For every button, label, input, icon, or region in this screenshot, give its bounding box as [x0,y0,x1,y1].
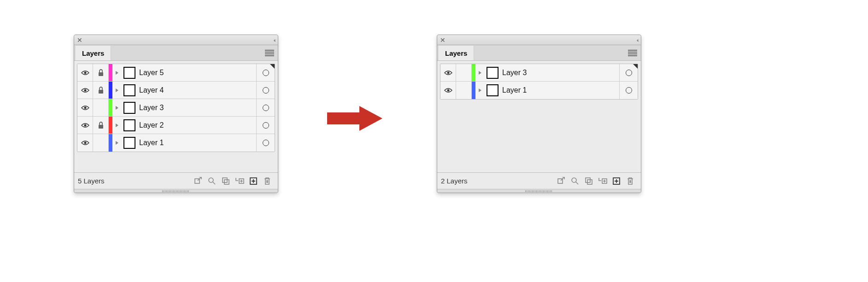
lock-toggle[interactable] [456,64,472,81]
eye-icon [81,140,89,146]
disclosure-toggle[interactable] [112,141,122,145]
layer-name[interactable]: Layer 5 [139,69,256,77]
trash-icon[interactable] [624,176,637,187]
layer-row[interactable]: Layer 3 [440,64,638,82]
corner-fold-icon [270,64,275,69]
search-icon[interactable] [569,176,581,187]
close-icon[interactable]: ✕ [440,36,446,44]
new-layer-icon[interactable] [247,176,260,187]
layer-name[interactable]: Layer 2 [139,121,256,129]
circle-icon [263,70,269,76]
export-icon[interactable] [555,176,568,187]
visibility-toggle[interactable] [77,64,93,81]
layer-row[interactable]: Layer 3 [77,99,275,117]
svg-rect-3 [99,90,103,94]
layer-name[interactable]: Layer 3 [139,104,256,112]
target-indicator[interactable] [256,82,275,99]
layer-row[interactable]: Layer 5 [77,64,275,82]
visibility-toggle[interactable] [77,134,93,152]
svg-rect-19 [587,180,592,184]
layer-name[interactable]: Layer 1 [139,139,256,147]
panel-footer: 2 Layers [437,172,641,189]
lock-toggle[interactable] [93,134,109,152]
panel-tabbar: Layers [437,45,641,61]
tab-layers[interactable]: Layers [439,46,474,60]
lock-toggle[interactable] [456,82,472,99]
clip-mask-icon[interactable] [582,176,595,187]
lock-toggle[interactable] [93,99,109,116]
svg-point-9 [209,178,213,182]
layer-color-swatch [109,134,112,152]
disclosure-toggle[interactable] [112,88,122,93]
export-icon[interactable] [192,176,205,187]
visibility-toggle[interactable] [440,82,456,99]
layers-panel-before: ✕ ‹‹ Layers Layer 5 [74,35,278,193]
svg-rect-6 [99,125,103,129]
clip-mask-icon[interactable] [219,176,232,187]
target-indicator[interactable] [256,99,275,116]
layer-row[interactable]: Layer 2 [77,117,275,134]
new-sublayer-icon[interactable] [596,176,609,187]
visibility-toggle[interactable] [77,82,93,99]
layer-color-swatch [109,99,112,116]
close-icon[interactable]: ✕ [77,36,82,44]
layer-count-label: 2 Layers [441,177,554,185]
panel-titlebar: ✕ ‹‹ [74,35,278,45]
tab-layers[interactable]: Layers [76,46,111,60]
layer-thumbnail [123,84,135,96]
new-layer-icon[interactable] [610,176,623,187]
layer-row[interactable]: Layer 4 [77,82,275,99]
search-icon[interactable] [205,176,218,187]
layer-name[interactable]: Layer 1 [502,86,619,94]
new-sublayer-icon[interactable] [233,176,246,187]
lock-toggle[interactable] [93,64,109,81]
chevron-right-icon [478,88,482,93]
lock-toggle[interactable] [93,117,109,134]
chevron-right-icon [115,123,119,128]
disclosure-toggle[interactable] [475,88,485,93]
eye-icon [444,70,452,76]
visibility-toggle[interactable] [77,117,93,134]
layers-panel-after: ✕ ‹‹ Layers Layer 3 Layer [437,35,641,193]
visibility-toggle[interactable] [440,64,456,81]
disclosure-toggle[interactable] [112,106,122,110]
svg-rect-11 [224,180,229,184]
collapse-icon[interactable]: ‹‹ [637,37,638,43]
layer-name[interactable]: Layer 4 [139,86,256,94]
layer-name[interactable]: Layer 3 [502,69,619,77]
svg-point-4 [84,106,86,109]
disclosure-toggle[interactable] [475,70,485,75]
lock-icon [98,122,104,129]
panel-menu-icon[interactable] [265,49,274,55]
disclosure-toggle[interactable] [112,70,122,75]
trash-icon[interactable] [261,176,274,187]
chevron-right-icon [115,70,119,75]
target-indicator[interactable] [256,134,275,152]
layer-thumbnail [487,84,499,96]
panel-menu-icon[interactable] [628,49,637,55]
layer-thumbnail [123,102,135,114]
layer-row[interactable]: Layer 1 [77,134,275,152]
svg-rect-1 [99,72,103,76]
layer-row[interactable]: Layer 1 [440,82,638,99]
collapse-icon[interactable]: ‹‹ [274,37,275,43]
eye-icon [81,105,89,111]
svg-rect-18 [586,178,590,182]
eye-icon [81,88,89,93]
resize-grip[interactable] [437,189,641,193]
layer-list: Layer 5 Layer 4 Layer 3 [77,64,275,152]
chevron-right-icon [115,141,119,145]
svg-point-5 [84,124,86,126]
visibility-toggle[interactable] [77,99,93,116]
lock-toggle[interactable] [93,82,109,99]
resize-grip[interactable] [74,189,278,193]
svg-point-17 [572,178,576,182]
layer-list: Layer 3 Layer 1 [440,64,638,100]
disclosure-toggle[interactable] [112,123,122,128]
corner-fold-icon [633,64,638,69]
target-indicator[interactable] [619,82,638,99]
layer-color-swatch [472,64,475,81]
panel-titlebar: ✕ ‹‹ [437,35,641,45]
circle-icon [626,87,632,94]
target-indicator[interactable] [256,117,275,134]
